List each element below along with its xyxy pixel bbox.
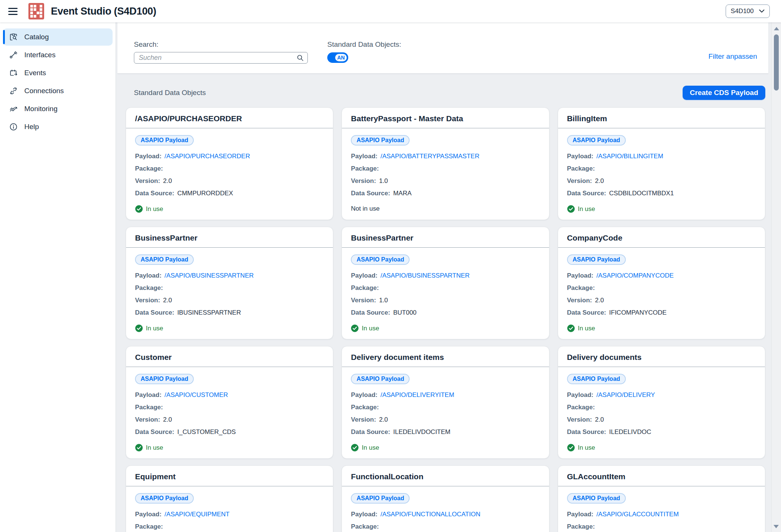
status-row: In use (135, 205, 324, 213)
filter-bar: Search: Standard Data Objects: AN Filter… (117, 22, 768, 74)
version-value: 2.0 (163, 416, 172, 423)
system-select-value: S4D100 (731, 7, 754, 15)
data-object-card: Customer ASAPIO Payload Payload:/ASAPIO/… (126, 346, 333, 459)
sidebar-nav: Catalog Interfaces Events Connections Mo… (0, 22, 116, 532)
standard-data-objects-label: Standard Data Objects: (327, 40, 401, 49)
payload-row: Payload:/ASAPIO/DELIVERY (567, 391, 756, 399)
standard-data-objects-toggle[interactable]: AN (327, 52, 348, 63)
payload-label: Payload: (567, 153, 594, 160)
payload-label: Payload: (351, 272, 377, 279)
asapio-payload-badge: ASAPIO Payload (351, 493, 410, 504)
package-row: Package: (567, 404, 756, 411)
package-label: Package: (351, 284, 379, 291)
asapio-payload-badge: ASAPIO Payload (135, 135, 194, 146)
status-text: In use (146, 325, 163, 332)
payload-link[interactable]: /ASAPIO/BUSINESSPARTNER (380, 272, 469, 279)
search-input[interactable] (134, 52, 308, 64)
check-circle-icon (135, 324, 143, 332)
sidebar-item-monitoring[interactable]: Monitoring (3, 100, 113, 117)
data-object-card: CompanyCode ASAPIO Payload Payload:/ASAP… (558, 227, 765, 339)
data-source-row: Data Source:I_CUSTOMER_CDS (135, 428, 324, 436)
version-value: 2.0 (379, 416, 388, 423)
package-row: Package: (567, 523, 756, 531)
data-source-value: BUT000 (393, 309, 416, 316)
package-row: Package: (135, 404, 324, 411)
search-group: Search: (134, 40, 308, 64)
data-source-label: Data Source: (567, 428, 606, 435)
data-source-label: Data Source: (135, 309, 174, 316)
card-title: Delivery document items (351, 353, 540, 362)
sidebar-item-help[interactable]: Help (3, 118, 113, 135)
interfaces-icon (9, 51, 18, 59)
package-row: Package: (567, 165, 756, 172)
status-text: Not in use (351, 205, 380, 213)
version-label: Version: (351, 416, 376, 423)
scroll-up-arrow-icon[interactable] (774, 27, 779, 30)
app-header: Event Studio (S4D100) S4D100 (0, 0, 781, 22)
data-object-card: Delivery document items ASAPIO Payload P… (342, 346, 549, 459)
payload-row: Payload:/ASAPIO/DELIVERYITEM (351, 391, 540, 399)
filter-anpassen-link[interactable]: Filter anpassen (708, 40, 757, 61)
payload-link[interactable]: /ASAPIO/BILLINGITEM (597, 153, 664, 160)
payload-link[interactable]: /ASAPIO/EQUIPMENT (165, 511, 230, 518)
create-cds-payload-button[interactable]: Create CDS Payload (683, 86, 765, 100)
system-select[interactable]: S4D100 (726, 4, 770, 18)
package-row: Package: (351, 523, 540, 531)
payload-link[interactable]: /ASAPIO/COMPANYCODE (597, 272, 674, 279)
sidebar-item-label: Events (24, 69, 46, 77)
payload-link[interactable]: /ASAPIO/CUSTOMER (165, 391, 228, 398)
payload-link[interactable]: /ASAPIO/GLACCOUNTITEM (597, 511, 679, 518)
data-object-card: FunctionalLocation ASAPIO Payload Payloa… (342, 465, 549, 532)
section-header-row: Standard Data Objects Create CDS Payload (116, 74, 771, 107)
main-content: Search: Standard Data Objects: AN Filter… (116, 22, 771, 532)
status-text: In use (578, 444, 595, 452)
payload-label: Payload: (135, 511, 162, 518)
package-label: Package: (351, 165, 379, 172)
sidebar-item-connections[interactable]: Connections (3, 82, 113, 100)
asapio-payload-badge: ASAPIO Payload (351, 374, 410, 384)
page-title: Event Studio (S4D100) (51, 6, 156, 17)
payload-link[interactable]: /ASAPIO/PURCHASEORDER (165, 153, 250, 160)
package-label: Package: (135, 165, 163, 172)
version-label: Version: (135, 177, 160, 184)
payload-link[interactable]: /ASAPIO/DELIVERYITEM (380, 391, 454, 398)
vertical-scrollbar[interactable] (771, 22, 781, 532)
data-source-row: Data Source:CSDBILDOCITMBDX1 (567, 190, 756, 197)
connections-icon (9, 86, 18, 95)
data-object-card: GLAccountItem ASAPIO Payload Payload:/AS… (558, 465, 765, 532)
data-source-label: Data Source: (351, 309, 390, 316)
card-title: Customer (135, 353, 324, 362)
menu-icon[interactable] (8, 8, 19, 15)
data-source-row: Data Source:BUT000 (351, 309, 540, 317)
status-row: In use (135, 444, 324, 452)
scroll-down-arrow-icon[interactable] (774, 525, 779, 528)
payload-link[interactable]: /ASAPIO/DELIVERY (597, 391, 655, 398)
data-source-row: Data Source:IFICOMPANYCODE (567, 309, 756, 317)
asapio-payload-badge: ASAPIO Payload (135, 374, 194, 384)
version-label: Version: (135, 297, 160, 304)
card-title: /ASAPIO/PURCHASEORDER (135, 114, 324, 123)
card-title: GLAccountItem (567, 472, 756, 481)
payload-link[interactable]: /ASAPIO/BUSINESSPARTNER (165, 272, 254, 279)
version-label: Version: (351, 297, 376, 304)
sidebar-item-label: Catalog (24, 33, 49, 41)
asapio-payload-badge: ASAPIO Payload (567, 254, 626, 265)
check-circle-icon (135, 205, 143, 213)
events-icon (9, 68, 18, 77)
scrollbar-thumb[interactable] (774, 34, 779, 91)
data-object-card: BatteryPassport - Master Data ASAPIO Pay… (342, 107, 549, 220)
sidebar-item-catalog[interactable]: Catalog (3, 28, 113, 46)
payload-row: Payload:/ASAPIO/COMPANYCODE (567, 272, 756, 279)
version-value: 2.0 (163, 297, 172, 304)
sidebar-item-interfaces[interactable]: Interfaces (3, 46, 113, 64)
payload-link[interactable]: /ASAPIO/FUNCTIONALLOCATION (380, 511, 480, 518)
status-row: In use (135, 324, 324, 332)
sidebar-item-events[interactable]: Events (3, 64, 113, 82)
catalog-icon (9, 33, 18, 42)
data-source-value: ILEDELIVDOCITEM (393, 428, 450, 435)
search-icon[interactable] (296, 54, 304, 62)
package-row: Package: (351, 165, 540, 172)
payload-link[interactable]: /ASAPIO/BATTERYPASSMASTER (380, 153, 480, 160)
version-value: 2.0 (595, 177, 604, 184)
data-source-row: Data Source:CMMPURORDDEX (135, 190, 324, 197)
